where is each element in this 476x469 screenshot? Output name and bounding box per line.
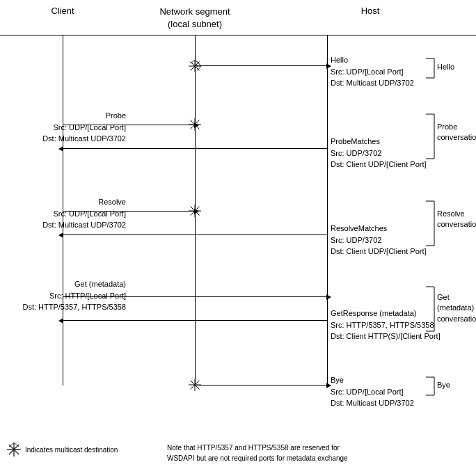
probe-matches-label: ProbeMatches Src: UDP/3702 Dst: Client U… (331, 136, 427, 170)
footer-multicast-label: Indicates multicast destination (25, 446, 118, 454)
get-metadata-bracket-label: Get (metadata)conversation (437, 292, 476, 324)
footer: Indicates multicast destination Note tha… (0, 443, 476, 463)
vline-host (327, 35, 328, 385)
probe-bracket (425, 113, 438, 160)
svg-line-7 (198, 66, 202, 70)
resolve-bracket-label: Resolveconversation (437, 209, 476, 230)
hello-label: Hello Src: UDP/[Local Port] Dst: Multica… (331, 54, 414, 89)
get-response-arrow (63, 320, 327, 321)
bye-bracket (425, 376, 438, 397)
bye-arrow (195, 385, 327, 385)
probe-matches-arrow (63, 148, 327, 149)
hello-arrow (195, 65, 327, 66)
resolve-matches-arrow (63, 234, 327, 235)
footer-multicast: Indicates multicast destination (7, 443, 160, 456)
client-header: Client (0, 6, 125, 31)
bye-bracket-label: Bye (437, 381, 450, 389)
svg-line-25 (9, 443, 14, 447)
resolve-arrow (63, 211, 195, 212)
column-headers: Client Network segment(local subnet) Hos… (0, 6, 476, 35)
get-metadata-arrow (63, 296, 327, 297)
probe-bracket-label: Probeconversation (437, 122, 476, 143)
hello-starburst (189, 60, 201, 72)
resolve-matches-label: ResolveMatches Src: UDP/3702 Dst: Client… (331, 223, 427, 257)
probe-label: Probe Src: UDP/[Local Port] Dst: Multica… (42, 110, 126, 145)
diagram-container: Client Network segment(local subnet) Hos… (0, 0, 476, 469)
resolve-label: Resolve Src: UDP/[Local Port] Dst: Multi… (42, 196, 126, 231)
hello-bracket (425, 57, 438, 79)
get-metadata-label: Get (metadata) Src: HTTP/[Local Port] Ds… (22, 278, 126, 313)
host-header: Host (264, 6, 476, 31)
hello-bracket-label: Hello (437, 63, 454, 71)
bye-label: Bye Src: UDP/[Local Port] Dst: Multicast… (331, 374, 414, 409)
svg-line-24 (14, 443, 19, 447)
footer-note: Note that HTTP/5357 and HTTPS/5358 are r… (160, 443, 469, 463)
resolve-starburst (189, 205, 201, 217)
resolve-bracket (425, 200, 438, 247)
get-metadata-bracket (425, 285, 438, 333)
svg-line-5 (191, 60, 195, 64)
probe-arrow (63, 125, 195, 125)
footer-starburst-icon (7, 443, 21, 456)
network-header: Network segment(local subnet) (125, 6, 264, 31)
probe-starburst (189, 118, 201, 131)
